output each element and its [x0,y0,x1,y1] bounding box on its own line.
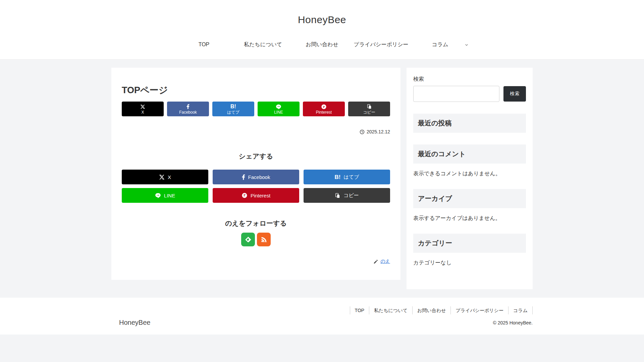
widget-title: カテゴリー [413,234,526,253]
share-button-label: X [141,110,144,114]
pinterest-icon: P [321,104,327,110]
footer-site-title[interactable]: HoneyBee [119,319,150,326]
follow-buttons [122,233,390,246]
pinterest-icon: P [241,192,248,198]
share-line-button[interactable]: LINE LINE [122,188,208,203]
share-facebook-button[interactable]: Facebook [213,170,299,184]
widget-recent-comments: 最近のコメント 表示できるコメントはありません。 [413,144,526,177]
line-icon: LINE [276,104,281,110]
feedly-icon [244,236,252,244]
share-button-label: Pinterest [251,193,270,198]
author-row: のえ [122,258,390,264]
widget-categories: カテゴリー カテゴリーなし [413,234,526,266]
rss-button[interactable] [257,233,271,246]
footer-nav-privacy[interactable]: プライバシーポリシー [450,306,508,314]
header-nav: TOP 私たちについて お問い合わせ プライバシーポリシー コラム [0,41,644,48]
share-copy-button[interactable]: コピー [348,102,390,116]
share-pinterest-button[interactable]: P Pinterest [303,102,345,116]
author-link[interactable]: のえ [380,258,390,264]
share-button-label: コピー [343,192,359,199]
line-icon: LINE [155,192,161,198]
share-button-label: LINE [164,193,175,198]
share-hatena-button[interactable]: B! はてブ [212,102,254,116]
copy-icon [335,193,340,198]
share-pinterest-button[interactable]: P Pinterest [213,188,299,203]
footer-nav-column[interactable]: コラム [508,306,533,314]
rss-icon [260,236,268,244]
nav-item-top[interactable]: TOP [174,41,233,48]
search-input[interactable] [413,86,499,102]
site-title[interactable]: HoneyBee [0,14,644,25]
svg-text:LINE: LINE [157,195,160,196]
svg-text:P: P [244,194,246,197]
site-header: HoneyBee TOP 私たちについて お問い合わせ プライバシーポリシー コ… [0,0,644,60]
hatena-icon: B! [334,174,340,180]
post-date-text: 2025.12.12 [367,129,390,134]
svg-text:P: P [323,105,325,108]
site-footer: TOP 私たちについて お問い合わせ プライバシーポリシー コラム HoneyB… [0,298,644,335]
share-heading: シェアする [122,152,390,161]
widget-title: アーカイブ [413,189,526,208]
svg-text:LINE: LINE [277,106,280,107]
clock-icon [360,129,365,134]
share-facebook-button[interactable]: Facebook [167,102,209,116]
sidebar: 検索 検索 最近の投稿 最近のコメント 表示できるコメントはありません。 アーカ… [407,68,533,289]
widget-body: 表示するアーカイブはありません。 [413,215,526,222]
follow-heading: のえをフォローする [122,219,390,228]
nav-item-about[interactable]: 私たちについて [233,41,292,48]
share-line-button[interactable]: LINE LINE [258,102,300,116]
search-form: 検索 [413,86,526,102]
copy-icon [367,104,372,110]
nav-item-privacy[interactable]: プライバシーポリシー [352,41,411,48]
nav-item-column[interactable]: コラム [411,41,470,48]
share-x-button[interactable]: X [122,102,164,116]
copyright-text: © 2025 HoneyBee. [493,320,533,325]
share-buttons-bottom: X Facebook B! はてブ LINE LINE P [122,170,390,203]
share-copy-button[interactable]: コピー [304,188,390,203]
page-body: TOPページ X Facebook B! はてブ LINE [111,68,533,289]
share-button-label: はてブ [227,110,239,114]
share-button-label: LINE [274,110,283,114]
widget-body: 表示できるコメントはありません。 [413,170,526,177]
footer-nav-contact[interactable]: お問い合わせ [412,306,450,314]
post-date: 2025.12.12 [122,129,390,134]
share-x-button[interactable]: X [122,170,208,184]
widget-title: 最近のコメント [413,144,526,164]
widget-recent-posts: 最近の投稿 [413,114,526,133]
share-button-label: コピー [363,110,375,114]
feedly-button[interactable] [241,233,255,246]
nav-item-contact[interactable]: お問い合わせ [292,41,352,48]
widget-title: 最近の投稿 [413,114,526,133]
article-card: TOPページ X Facebook B! はてブ LINE [111,68,400,280]
share-hatena-button[interactable]: B! はてブ [304,170,390,184]
share-button-label: X [168,174,171,180]
search-button[interactable]: 検索 [503,86,526,102]
widget-archive: アーカイブ 表示するアーカイブはありません。 [413,189,526,222]
share-button-label: Pinterest [316,110,332,114]
share-button-label: はてブ [343,174,359,180]
x-icon [159,174,165,180]
hatena-icon: B! [230,104,236,110]
x-icon [140,104,145,110]
pencil-icon [373,259,378,264]
widget-body: カテゴリーなし [413,259,526,266]
share-button-label: Facebook [179,110,197,114]
page-title: TOPページ [122,85,390,96]
share-button-label: Facebook [248,174,270,180]
facebook-icon [242,174,245,180]
facebook-icon [186,104,190,110]
chevron-down-icon [464,43,469,47]
footer-nav-about[interactable]: 私たちについて [369,306,412,314]
share-buttons-top: X Facebook B! はてブ LINE LINE P [122,102,390,116]
search-label: 検索 [413,76,526,83]
nav-item-column-label: コラム [432,42,448,47]
footer-nav-top[interactable]: TOP [350,306,369,314]
footer-nav: TOP 私たちについて お問い合わせ プライバシーポリシー コラム [111,306,533,314]
